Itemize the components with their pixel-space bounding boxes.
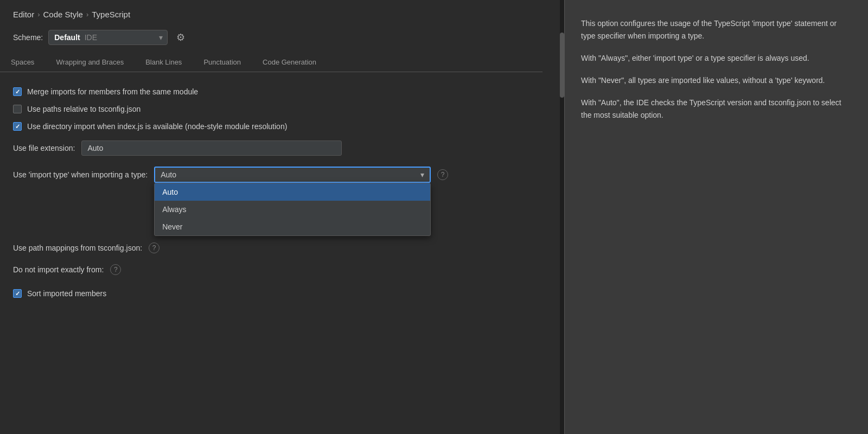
tab-blank-lines[interactable]: Blank Lines	[135, 54, 193, 72]
breadcrumb-sep-1: ›	[37, 10, 40, 18]
do-not-import-help-icon[interactable]: ?	[110, 264, 121, 275]
breadcrumb-sep-2: ›	[86, 10, 88, 18]
content-area: Merge imports for members from the same …	[0, 72, 542, 313]
scrollbar-thumb[interactable]	[560, 33, 564, 98]
tooltip-para-1: This option configures the usage of the …	[581, 17, 852, 42]
tab-punctuation[interactable]: Punctuation	[193, 54, 252, 72]
checkbox-merge-imports-box[interactable]	[13, 87, 22, 96]
import-type-row: Use 'import type' when importing a type:…	[13, 161, 529, 188]
gear-button[interactable]: ⚙	[173, 30, 188, 45]
checkbox-paths-relative-label: Use paths relative to tsconfig.json	[27, 105, 141, 113]
breadcrumb-code-style[interactable]: Code Style	[43, 10, 83, 19]
breadcrumb-editor[interactable]: Editor	[13, 10, 34, 19]
scheme-row: Scheme: Default IDE ▾ ⚙	[0, 27, 542, 54]
checkbox-merge-imports: Merge imports for members from the same …	[13, 83, 529, 100]
checkbox-paths-relative-box[interactable]	[13, 105, 22, 113]
tabs-bar: Spaces Wrapping and Braces Blank Lines P…	[0, 54, 542, 72]
scheme-label: Scheme:	[13, 33, 43, 42]
tooltip-para-2: With "Always", either 'import type' or a…	[581, 52, 852, 65]
import-type-container: Auto ▾ Auto Always Never	[154, 167, 431, 183]
sort-members-row: Sort imported members	[13, 285, 529, 302]
checkbox-directory-import-box[interactable]	[13, 122, 22, 131]
checkbox-paths-relative: Use paths relative to tsconfig.json	[13, 100, 529, 118]
file-extension-row: Use file extension:	[13, 135, 529, 161]
sort-members-label: Sort imported members	[27, 289, 106, 298]
gear-icon: ⚙	[176, 31, 185, 43]
scrollbar-track	[560, 0, 564, 434]
path-mappings-row: Use path mappings from tsconfig.json: ?	[13, 237, 529, 259]
chevron-down-icon: ▾	[420, 170, 424, 179]
do-not-import-row: Do not import exactly from: ?	[13, 259, 529, 280]
file-extension-input[interactable]	[81, 141, 342, 156]
path-mappings-label: Use path mappings from tsconfig.json:	[13, 244, 142, 252]
main-panel: Editor › Code Style › TypeScript Scheme:…	[0, 0, 542, 434]
import-type-dropdown[interactable]: Auto ▾	[154, 167, 431, 183]
chevron-down-icon: ▾	[159, 33, 163, 42]
tab-spaces[interactable]: Spaces	[0, 54, 45, 72]
import-type-label: Use 'import type' when importing a type:	[13, 170, 148, 179]
do-not-import-label: Do not import exactly from:	[13, 265, 104, 274]
scheme-sub: IDE	[85, 33, 97, 42]
path-mappings-help-icon[interactable]: ?	[149, 242, 159, 253]
tab-code-generation[interactable]: Code Generation	[252, 54, 327, 72]
import-type-help-icon[interactable]: ?	[437, 169, 448, 180]
breadcrumb: Editor › Code Style › TypeScript	[0, 0, 542, 27]
scheme-name: Default	[54, 33, 80, 42]
tab-wrapping-braces[interactable]: Wrapping and Braces	[45, 54, 135, 72]
file-extension-label: Use file extension:	[13, 144, 75, 152]
checkbox-merge-imports-label: Merge imports for members from the same …	[27, 87, 198, 96]
tooltip-para-3: With "Never", all types are imported lik…	[581, 74, 852, 87]
scheme-dropdown[interactable]: Default IDE ▾	[48, 30, 168, 45]
import-type-value: Auto	[161, 170, 176, 179]
option-always[interactable]: Always	[155, 201, 430, 218]
option-auto[interactable]: Auto	[155, 183, 430, 201]
option-never[interactable]: Never	[155, 218, 430, 235]
import-type-menu: Auto Always Never	[154, 183, 431, 236]
checkbox-directory-import-label: Use directory import when index.js is av…	[27, 122, 287, 131]
breadcrumb-typescript[interactable]: TypeScript	[92, 10, 130, 19]
checkbox-directory-import: Use directory import when index.js is av…	[13, 118, 529, 135]
tooltip-para-4: With "Auto", the IDE checks the TypeScri…	[581, 97, 852, 122]
sort-members-checkbox[interactable]	[13, 289, 22, 298]
tooltip-panel: This option configures the usage of the …	[564, 0, 868, 434]
